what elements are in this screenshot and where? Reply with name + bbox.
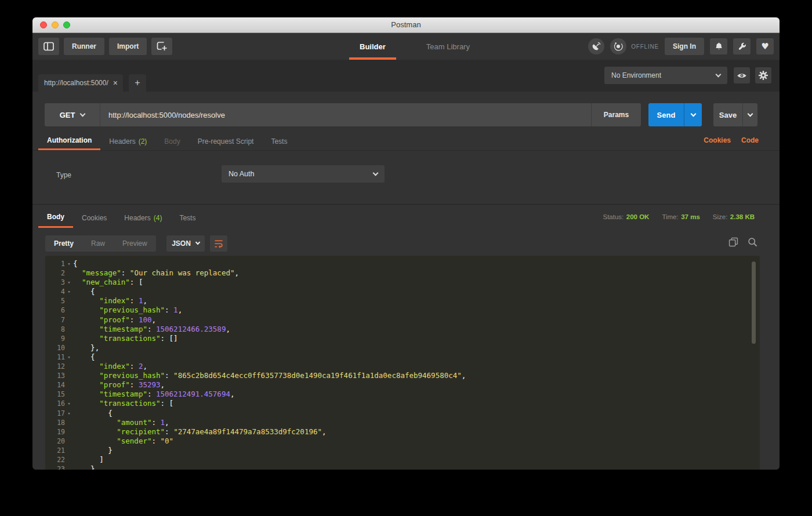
tab-headers[interactable]: Headers (2) bbox=[100, 132, 155, 150]
tab-response-tests[interactable]: Tests bbox=[171, 208, 204, 228]
tab-pre-request-script[interactable]: Pre-request Script bbox=[189, 132, 263, 150]
settings-button[interactable] bbox=[755, 67, 771, 83]
code-line: 17▾ { bbox=[45, 409, 760, 418]
line-number: 12 bbox=[45, 362, 65, 371]
environment-selector[interactable]: No Environment bbox=[604, 67, 727, 84]
line-number: 20 bbox=[45, 437, 65, 446]
code-text: "previous_hash": 1, bbox=[73, 306, 182, 315]
save-button[interactable]: Save bbox=[713, 103, 757, 126]
code-link[interactable]: Code bbox=[741, 136, 759, 144]
code-text: "index": 2, bbox=[73, 362, 147, 371]
code-line: 9 "transactions": [] bbox=[45, 334, 760, 343]
favorites-button[interactable]: ♥ bbox=[756, 38, 774, 54]
fold-toggle-icon[interactable]: ▾ bbox=[65, 259, 73, 268]
search-response-button[interactable] bbox=[748, 237, 757, 247]
code-line: 23 }, bbox=[45, 464, 760, 470]
tab-builder[interactable]: Builder bbox=[349, 33, 396, 60]
tab-response-body[interactable]: Body bbox=[38, 208, 73, 228]
runner-button[interactable]: Runner bbox=[64, 38, 104, 55]
request-tab[interactable]: http://localhost:5000/ × bbox=[38, 74, 123, 92]
auth-type-selector[interactable]: No Auth bbox=[222, 165, 385, 183]
tab-label: Pre-request Script bbox=[198, 137, 254, 146]
method-selector[interactable]: GET bbox=[45, 103, 100, 126]
tab-label: Headers bbox=[109, 137, 135, 146]
request-tab-strip: http://localhost:5000/ × + No Environmen… bbox=[32, 60, 780, 92]
sign-in-button[interactable]: Sign In bbox=[665, 38, 704, 55]
close-window-button[interactable] bbox=[40, 21, 47, 28]
fold-toggle-icon bbox=[65, 325, 73, 334]
gear-icon bbox=[758, 70, 768, 81]
import-button[interactable]: Import bbox=[109, 38, 147, 55]
code-line: 22 ] bbox=[45, 455, 760, 464]
tab-response-headers[interactable]: Headers (4) bbox=[115, 208, 171, 228]
save-button-label[interactable]: Save bbox=[713, 103, 743, 126]
url-input[interactable]: http://localhost:5000/nodes/resolve bbox=[100, 111, 591, 119]
new-tab-button[interactable]: + bbox=[129, 74, 146, 92]
sidebar-toggle-button[interactable] bbox=[38, 38, 59, 55]
line-number: 16 bbox=[45, 399, 65, 408]
line-number: 1 bbox=[45, 259, 65, 268]
environment-quick-look-button[interactable] bbox=[734, 67, 750, 83]
line-number: 10 bbox=[45, 343, 65, 353]
sync-button[interactable] bbox=[610, 38, 626, 54]
fold-toggle-icon[interactable]: ▾ bbox=[65, 278, 73, 287]
copy-response-button[interactable] bbox=[728, 237, 738, 247]
time-value: 37 ms bbox=[681, 213, 700, 220]
code-line: 12 "index": 2, bbox=[45, 362, 760, 371]
view-mode-raw[interactable]: Raw bbox=[82, 235, 114, 252]
new-window-button[interactable] bbox=[151, 38, 172, 55]
fold-toggle-icon bbox=[65, 446, 73, 455]
response-size: Size: 2.38 KB bbox=[713, 211, 755, 221]
code-text: { bbox=[73, 287, 95, 296]
save-options-button[interactable] bbox=[743, 103, 757, 126]
tab-team-library[interactable]: Team Library bbox=[416, 33, 480, 60]
code-line: 13 "previous_hash": "865c2b8d654c4ecc0ff… bbox=[45, 371, 760, 380]
close-tab-icon[interactable]: × bbox=[113, 79, 118, 87]
response-format-selector[interactable]: JSON bbox=[166, 235, 205, 252]
view-mode-pretty[interactable]: Pretty bbox=[45, 235, 82, 252]
send-button-label[interactable]: Send bbox=[648, 103, 684, 126]
tab-body[interactable]: Body bbox=[155, 132, 188, 150]
fold-toggle-icon[interactable]: ▾ bbox=[65, 353, 73, 362]
code-line: 3▾ "new_chain": [ bbox=[45, 278, 760, 287]
code-line: 8 "timestamp": 1506212466.23589, bbox=[45, 325, 760, 334]
tab-label: Body bbox=[47, 213, 64, 221]
notifications-button[interactable] bbox=[710, 38, 727, 54]
code-text: }, bbox=[73, 464, 99, 470]
tab-authorization[interactable]: Authorization bbox=[38, 132, 100, 150]
tab-response-cookies[interactable]: Cookies bbox=[73, 208, 115, 228]
fold-toggle-icon[interactable]: ▾ bbox=[65, 399, 73, 408]
line-number: 4 bbox=[45, 287, 65, 296]
fold-toggle-icon bbox=[65, 380, 73, 390]
tab-label: Authorization bbox=[47, 136, 92, 144]
cookies-link[interactable]: Cookies bbox=[704, 136, 731, 144]
fold-toggle-icon[interactable]: ▾ bbox=[65, 287, 73, 296]
fold-toggle-icon bbox=[65, 464, 73, 470]
url-bar: GET http://localhost:5000/nodes/resolve … bbox=[45, 103, 641, 126]
settings-wrench-button[interactable] bbox=[733, 38, 751, 54]
send-button[interactable]: Send bbox=[648, 103, 702, 126]
interceptor-button[interactable] bbox=[588, 38, 604, 54]
params-button[interactable]: Params bbox=[591, 103, 641, 126]
scrollbar-thumb[interactable] bbox=[752, 261, 756, 344]
line-number: 19 bbox=[45, 427, 65, 437]
line-number: 17 bbox=[45, 409, 65, 418]
line-number: 3 bbox=[45, 278, 65, 287]
minimize-window-button[interactable] bbox=[52, 21, 59, 28]
code-line: 20 "sender": "0" bbox=[45, 437, 760, 446]
code-text: "proof": 35293, bbox=[73, 380, 165, 390]
zoom-window-button[interactable] bbox=[63, 21, 70, 28]
toolbar-right-tools: OFFLINE Sign In ♥ bbox=[588, 33, 774, 60]
wrap-text-button[interactable] bbox=[210, 235, 227, 252]
tab-tests[interactable]: Tests bbox=[262, 132, 296, 150]
tab-label: Tests bbox=[179, 214, 195, 222]
view-mode-preview[interactable]: Preview bbox=[114, 235, 156, 252]
method-value: GET bbox=[60, 111, 75, 119]
fold-toggle-icon[interactable]: ▾ bbox=[65, 409, 73, 418]
send-options-button[interactable] bbox=[684, 103, 702, 126]
offline-status: OFFLINE bbox=[631, 43, 659, 50]
code-text: "sender": "0" bbox=[73, 437, 173, 446]
line-number: 5 bbox=[45, 296, 65, 306]
line-number: 9 bbox=[45, 334, 65, 343]
code-text: }, bbox=[73, 343, 99, 353]
